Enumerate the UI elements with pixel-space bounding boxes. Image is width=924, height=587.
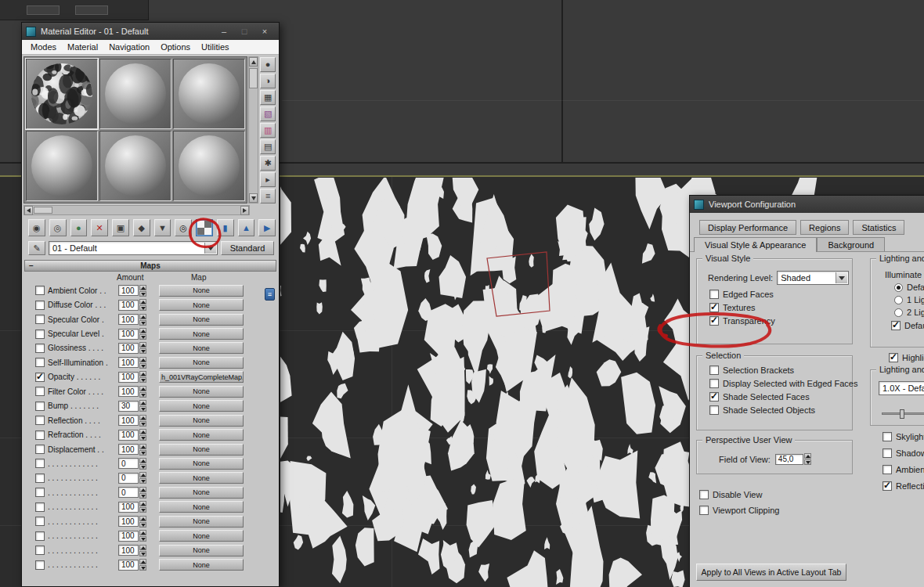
scroll-down-button[interactable] bbox=[249, 193, 258, 203]
spin-up-button[interactable] bbox=[139, 472, 146, 477]
check-selection-brackets[interactable]: Selection Brackets bbox=[709, 366, 852, 375]
spin-up-button[interactable] bbox=[139, 299, 146, 304]
map-row-6-spinner[interactable] bbox=[139, 357, 146, 369]
map-row-8-spinner[interactable] bbox=[139, 386, 146, 398]
make-material-copy-icon[interactable]: ▣ bbox=[112, 219, 129, 236]
assign-material-to-selection-icon[interactable]: ● bbox=[70, 219, 88, 236]
spin-up-button[interactable] bbox=[139, 516, 146, 521]
fov-input[interactable]: 45,0 bbox=[775, 454, 803, 465]
map-row-3-checkbox[interactable] bbox=[35, 315, 45, 324]
map-row-13-amount[interactable]: 0 bbox=[118, 458, 139, 469]
spin-up-button[interactable] bbox=[139, 429, 146, 434]
tab-display-performance[interactable]: Display Performance bbox=[699, 220, 796, 235]
spin-down-button[interactable] bbox=[139, 435, 146, 441]
spin-down-button[interactable] bbox=[139, 305, 146, 311]
spin-down-button[interactable] bbox=[139, 348, 146, 354]
map-row-11-checkbox[interactable] bbox=[35, 430, 45, 440]
map-row-5-checkbox[interactable] bbox=[35, 344, 45, 353]
map-row-13-spinner[interactable] bbox=[139, 458, 146, 470]
map-row-5-map-button[interactable]: None bbox=[159, 342, 244, 354]
map-row-12-amount[interactable]: 100 bbox=[118, 444, 139, 455]
slider-thumb[interactable] bbox=[900, 409, 904, 419]
map-row-5-spinner[interactable] bbox=[139, 342, 146, 354]
map-row-20-map-button[interactable]: None bbox=[159, 559, 244, 571]
map-row-19-spinner[interactable] bbox=[139, 545, 146, 556]
check-skylights[interactable]: Skylights bbox=[882, 432, 924, 441]
check-shade-selected-faces[interactable]: Shade Selected Faces bbox=[709, 392, 852, 402]
radio-1-light-circle[interactable] bbox=[894, 296, 903, 304]
check-highlights[interactable]: Highlights bbox=[889, 353, 924, 362]
check-shade-selected-objects[interactable]: Shade Selected Objects bbox=[709, 405, 852, 415]
sample-type-icon[interactable]: ● bbox=[260, 57, 276, 72]
spin-down-button[interactable] bbox=[139, 363, 146, 369]
backlight-icon[interactable]: ◑ bbox=[260, 74, 276, 88]
material-editor-titlebar[interactable]: Material Editor - 01 - Default – □ × bbox=[22, 23, 279, 40]
map-row-7-spinner[interactable] bbox=[139, 371, 146, 383]
material-name-dropdown[interactable]: 01 - Default bbox=[49, 241, 218, 255]
spin-up-button[interactable] bbox=[139, 545, 146, 550]
video-color-check-icon[interactable]: ▥ bbox=[260, 123, 276, 138]
radio-default-l-circle[interactable] bbox=[894, 283, 903, 292]
map-row-3-spinner[interactable] bbox=[139, 314, 146, 326]
spin-up-button[interactable] bbox=[139, 444, 146, 449]
map-row-7-map-button[interactable]: h_001VRayCompleteMap.jpg) bbox=[159, 371, 244, 383]
map-row-11-spinner[interactable] bbox=[139, 429, 146, 441]
get-material-icon[interactable]: ◉ bbox=[28, 219, 45, 236]
apply-to-all-views-button[interactable]: Apply to All Views in Active Layout Tab bbox=[696, 564, 846, 581]
spin-down-button[interactable] bbox=[139, 320, 146, 326]
sample-uv-tiling-icon[interactable]: ▧ bbox=[260, 106, 276, 121]
map-row-9-checkbox[interactable] bbox=[35, 402, 45, 411]
spin-up-button[interactable] bbox=[139, 559, 146, 564]
lighting-multiplier-dropdown[interactable]: 1.0X - Default bbox=[879, 381, 924, 395]
spin-down-button[interactable] bbox=[139, 536, 146, 542]
radio-2-light-circle[interactable] bbox=[894, 308, 903, 317]
show-shaded-material-in-viewport-icon[interactable] bbox=[196, 219, 213, 236]
check-transparency-box[interactable] bbox=[709, 316, 719, 326]
check-skylights-box[interactable] bbox=[882, 432, 892, 441]
spin-down-button[interactable] bbox=[804, 459, 811, 465]
spin-up-button[interactable] bbox=[139, 342, 146, 348]
map-row-17-map-button[interactable]: None bbox=[159, 516, 244, 528]
tab-regions[interactable]: Regions bbox=[800, 220, 849, 235]
material-slot-5[interactable] bbox=[99, 131, 171, 201]
map-row-19-map-button[interactable]: None bbox=[159, 545, 244, 556]
check-viewport-clipping-box[interactable] bbox=[699, 506, 709, 515]
minimize-button[interactable]: – bbox=[214, 25, 234, 38]
map-row-9-map-button[interactable]: None bbox=[159, 400, 244, 412]
check-default-box[interactable] bbox=[891, 321, 901, 330]
map-row-1-checkbox[interactable] bbox=[35, 286, 45, 295]
map-row-17-amount[interactable]: 100 bbox=[118, 516, 139, 527]
select-by-material-icon[interactable]: ▸ bbox=[260, 172, 276, 187]
check-display-selected-with-edged-faces[interactable]: Display Selected with Edged Faces bbox=[709, 379, 852, 388]
map-row-10-spinner[interactable] bbox=[139, 415, 146, 427]
spin-down-button[interactable] bbox=[139, 464, 146, 470]
map-row-14-checkbox[interactable] bbox=[35, 474, 45, 483]
spin-down-button[interactable] bbox=[139, 377, 146, 383]
spin-up-button[interactable] bbox=[139, 415, 146, 420]
material-slot-4[interactable] bbox=[26, 131, 98, 201]
map-row-12-checkbox[interactable] bbox=[35, 445, 45, 454]
pick-material-button[interactable]: ✎ bbox=[28, 241, 45, 255]
map-row-12-map-button[interactable]: None bbox=[159, 444, 244, 456]
scroll-thumb[interactable] bbox=[34, 207, 52, 214]
reset-map-icon[interactable]: ✕ bbox=[91, 219, 108, 236]
check-shadows[interactable]: Shadows bbox=[882, 448, 924, 458]
check-viewport-clipping[interactable]: Viewport Clipping bbox=[699, 506, 779, 515]
scroll-thumb[interactable] bbox=[249, 68, 258, 88]
check-transparency[interactable]: Transparency bbox=[709, 316, 852, 326]
map-row-20-checkbox[interactable] bbox=[35, 560, 45, 570]
spin-up-button[interactable] bbox=[139, 328, 146, 333]
scroll-up-button[interactable] bbox=[249, 57, 258, 67]
tab-statistics[interactable]: Statistics bbox=[853, 220, 904, 235]
map-row-19-amount[interactable]: 100 bbox=[118, 545, 139, 556]
map-row-10-amount[interactable]: 100 bbox=[118, 415, 139, 426]
material-slot-3[interactable] bbox=[173, 59, 245, 129]
spin-down-button[interactable] bbox=[139, 450, 146, 456]
check-disable-view-box[interactable] bbox=[699, 490, 709, 499]
dropdown-arrow-button[interactable] bbox=[836, 272, 847, 283]
check-edged-faces[interactable]: Edged Faces bbox=[709, 290, 852, 299]
map-row-10-checkbox[interactable] bbox=[35, 416, 45, 425]
map-row-1-amount[interactable]: 100 bbox=[118, 285, 139, 296]
spin-up-button[interactable] bbox=[139, 501, 146, 506]
map-row-1-spinner[interactable] bbox=[139, 285, 146, 297]
